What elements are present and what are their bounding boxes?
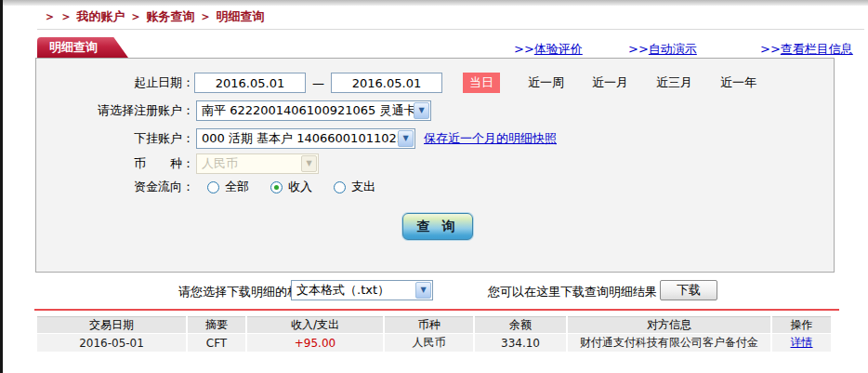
column-header: 币种 <box>385 316 473 333</box>
breadcrumb-item[interactable]: 账务查询 <box>147 9 195 23</box>
breadcrumb-item[interactable]: 我的账户 <box>77 9 125 23</box>
chevron-down-icon: ▼ <box>301 155 317 172</box>
download-format-select[interactable]: 文本格式（.txt） ▼ <box>291 280 433 300</box>
double-arrow-icon: >> <box>514 42 534 56</box>
flow-option[interactable]: 支出 <box>334 179 375 195</box>
quick-range-item[interactable]: 近一周 <box>528 74 564 91</box>
currency-label: 币 种： <box>36 155 194 172</box>
flow-option[interactable]: 全部 <box>207 179 249 195</box>
column-header: 交易日期 <box>37 316 186 333</box>
download-row: 请您选择下载明细的格式 文本格式（.txt） ▼ 您可以在这里下载查询明细结果 … <box>0 279 868 303</box>
register-account-select[interactable]: 南平 6222001406100921065 灵通卡 ▼ <box>196 100 431 121</box>
detail-link[interactable]: 详情 <box>791 336 813 349</box>
fund-flow-options: 全部收入支出 <box>194 179 375 195</box>
quick-range-active[interactable]: 当日 <box>463 73 500 93</box>
header-link-2[interactable]: >>自动演示 <box>628 41 697 58</box>
currency-value: 人民币 <box>197 155 243 172</box>
query-panel: 起止日期： — 当日近一周近一月近三月近一年 请选择注册账户： 南平 62220… <box>35 58 835 273</box>
quick-range-item[interactable]: 近三月 <box>656 74 692 91</box>
radio-icon <box>207 181 219 193</box>
breadcrumb-separator: ＞ <box>130 9 142 23</box>
table-cell: 财付通支付科技有限公司客户备付金 <box>568 334 770 352</box>
results-table-head: 交易日期摘要收入/支出币种余额对方信息操作 <box>37 316 831 333</box>
breadcrumb-arrows-icon: ＞ ＞ <box>44 9 72 23</box>
column-header: 收入/支出 <box>247 316 383 333</box>
header-link-label: 查看栏目信息 <box>781 42 853 56</box>
sub-account-label: 下挂账户： <box>36 130 194 147</box>
breadcrumb: ＞ ＞我的账户＞账务查询＞明细查询 <box>39 8 265 25</box>
sub-account-row: 下挂账户： 000 活期 基本户 1406600101102571848 ▼ 保… <box>36 127 557 150</box>
radio-icon <box>334 181 346 193</box>
table-cell: 详情 <box>772 334 831 352</box>
table-cell: 2016-05-01 <box>37 334 186 352</box>
sub-account-value: 000 活期 基本户 1406600101102571848 <box>197 130 398 147</box>
chevron-down-icon: ▼ <box>398 130 414 147</box>
save-snapshot-link[interactable]: 保存近一个月的明细快照 <box>424 130 557 147</box>
date-from-input[interactable] <box>194 73 306 93</box>
header-link-1[interactable]: >>体验评价 <box>514 41 583 58</box>
sub-account-select[interactable]: 000 活期 基本户 1406600101102571848 ▼ <box>196 128 415 149</box>
currency-row: 币 种： 人民币 ▼ <box>36 153 319 175</box>
header-links: >>体验评价>>自动演示>>查看栏目信息 <box>0 41 868 58</box>
fund-flow-row: 资金流向： 全部收入支出 <box>36 176 375 198</box>
results-table: 交易日期摘要收入/支出币种余额对方信息操作 2016-05-01CFT+95.0… <box>35 315 833 353</box>
header-link-label: 自动演示 <box>649 42 697 56</box>
chevron-down-icon: ▼ <box>414 102 429 119</box>
register-account-row: 请选择注册账户： 南平 6222001406100921065 灵通卡 ▼ <box>36 100 431 122</box>
date-to-input[interactable] <box>331 73 442 93</box>
header-link-label: 体验评价 <box>534 42 583 56</box>
header-link-3[interactable]: >>查看栏目信息 <box>760 41 853 58</box>
flow-option-label: 全部 <box>225 179 249 195</box>
flow-option[interactable]: 收入 <box>270 179 312 195</box>
results-table-body: 2016-05-01CFT+95.00人民币334.10财付通支付科技有限公司客… <box>37 334 831 352</box>
table-cell: CFT <box>188 334 245 352</box>
double-arrow-icon: >> <box>760 42 781 56</box>
download-format-value: 文本格式（.txt） <box>292 282 394 299</box>
chevron-down-icon: ▼ <box>415 282 431 299</box>
register-account-label: 请选择注册账户： <box>36 102 194 119</box>
quick-range-item[interactable]: 近一年 <box>720 74 756 91</box>
quick-range-item[interactable]: 近一月 <box>592 74 628 91</box>
currency-select: 人民币 ▼ <box>196 153 319 174</box>
column-header: 摘要 <box>188 316 245 333</box>
column-header: 对方信息 <box>568 316 770 333</box>
download-button[interactable]: 下载 <box>660 280 717 300</box>
table-cell: +95.00 <box>247 334 383 352</box>
date-range-label: 起止日期： <box>36 74 194 91</box>
top-gradient-bar <box>0 0 868 6</box>
flow-option-label: 支出 <box>351 179 375 195</box>
query-button[interactable]: 查 询 <box>402 213 473 240</box>
date-dash: — <box>312 76 324 90</box>
date-range-row: 起止日期： — 当日近一周近一月近三月近一年 <box>36 72 756 94</box>
breadcrumb-divider <box>37 29 864 30</box>
header-row: 交易日期摘要收入/支出币种余额对方信息操作 <box>37 316 831 333</box>
breadcrumb-separator: ＞ <box>200 9 212 23</box>
column-header: 余额 <box>475 316 566 333</box>
table-cell: 人民币 <box>385 334 473 352</box>
double-arrow-icon: >> <box>628 42 649 56</box>
register-account-value: 南平 6222001406100921065 灵通卡 <box>197 102 414 119</box>
table-top-divider <box>34 309 839 311</box>
flow-option-label: 收入 <box>288 179 312 195</box>
column-header: 操作 <box>772 316 831 333</box>
breadcrumb-item[interactable]: 明细查询 <box>217 9 265 23</box>
quick-range-group: 当日近一周近一月近三月近一年 <box>442 73 756 93</box>
fund-flow-label: 资金流向： <box>36 179 194 195</box>
table-cell: 334.10 <box>475 334 566 352</box>
download-result-label: 您可以在这里下载查询明细结果 <box>488 284 657 300</box>
table-row: 2016-05-01CFT+95.00人民币334.10财付通支付科技有限公司客… <box>37 334 831 352</box>
radio-checked-icon <box>270 181 283 193</box>
page: ＞ ＞我的账户＞账务查询＞明细查询 明细查询 >>体验评价>>自动演示>>查看栏… <box>0 0 868 373</box>
